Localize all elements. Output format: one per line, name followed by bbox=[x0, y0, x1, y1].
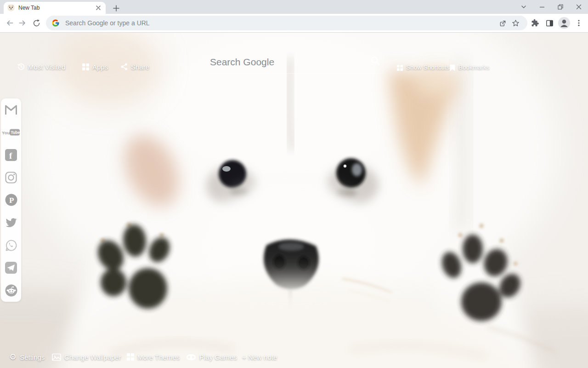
settings-button[interactable]: ⚙ Settings bbox=[9, 351, 45, 362]
apps-button[interactable]: Apps bbox=[82, 62, 108, 72]
most-visited-label: Most Visited bbox=[28, 63, 65, 70]
new-tab-page: Most Visited Apps Share bbox=[0, 33, 588, 368]
svg-text:P: P bbox=[9, 196, 14, 205]
bookmarks-label: Bookmarks bbox=[458, 64, 490, 71]
tab-search-chevron-button[interactable] bbox=[514, 0, 533, 13]
profile-avatar-button[interactable] bbox=[558, 17, 571, 29]
youtube-icon: You Tube bbox=[2, 128, 20, 136]
twitter-icon bbox=[5, 217, 17, 228]
svg-text:f: f bbox=[9, 151, 12, 161]
change-wallpaper-label: Change Wallpaper bbox=[64, 354, 121, 361]
svg-text:Tube: Tube bbox=[11, 130, 20, 135]
share-page-button[interactable] bbox=[496, 17, 509, 29]
page-search-input[interactable] bbox=[209, 54, 362, 68]
tab-close-button[interactable] bbox=[94, 4, 102, 12]
address-input[interactable] bbox=[64, 19, 496, 27]
bookmark-star-button[interactable] bbox=[509, 17, 522, 29]
minimize-button[interactable] bbox=[533, 0, 551, 13]
show-shortcuts-label: Show Shortcuts bbox=[406, 64, 450, 71]
share-button[interactable]: Share bbox=[121, 62, 149, 72]
search-underline bbox=[209, 73, 382, 74]
show-shortcuts-button[interactable]: Show Shortcuts bbox=[397, 63, 450, 72]
gear-icon: ⚙ bbox=[9, 353, 17, 361]
instagram-icon bbox=[5, 172, 17, 184]
puppy-favicon-icon bbox=[7, 4, 15, 12]
search-icon[interactable] bbox=[370, 56, 380, 67]
sidebar-item-reddit[interactable] bbox=[1, 279, 21, 302]
most-visited-button[interactable]: Most Visited bbox=[17, 62, 65, 72]
sidebar-item-whatsapp[interactable] bbox=[1, 234, 21, 257]
browser-window: New Tab bbox=[0, 0, 588, 368]
tab-strip: New Tab bbox=[0, 0, 588, 14]
browser-toolbar bbox=[0, 14, 588, 33]
restore-button[interactable] bbox=[551, 0, 570, 13]
tab-new-tab[interactable]: New Tab bbox=[4, 2, 106, 14]
play-games-button[interactable]: Play Games bbox=[186, 351, 237, 362]
close-window-button[interactable] bbox=[570, 0, 588, 13]
menu-dots-button[interactable] bbox=[572, 17, 585, 29]
profile-avatar-icon bbox=[558, 17, 570, 29]
telegram-icon bbox=[5, 262, 17, 274]
apps-grid-icon bbox=[82, 63, 89, 70]
wallpaper-icon bbox=[52, 353, 61, 361]
side-panel-button[interactable] bbox=[543, 17, 556, 29]
tab-title: New Tab bbox=[18, 5, 94, 11]
pinterest-icon: P bbox=[5, 194, 17, 206]
sidebar-item-facebook[interactable]: f bbox=[1, 144, 21, 166]
forward-button[interactable] bbox=[16, 17, 29, 29]
svg-text:You: You bbox=[2, 130, 10, 135]
sidebar-item-pinterest[interactable]: P bbox=[1, 189, 21, 211]
more-themes-label: More Themes bbox=[137, 354, 180, 361]
play-games-label: Play Games bbox=[199, 354, 237, 361]
share-label: Share bbox=[131, 63, 149, 70]
more-themes-button[interactable]: More Themes bbox=[127, 351, 180, 362]
back-button[interactable] bbox=[3, 17, 16, 29]
puppy-wallpaper bbox=[0, 33, 588, 368]
social-sidebar: You Tube f bbox=[1, 98, 21, 302]
sidebar-item-telegram[interactable] bbox=[1, 257, 21, 279]
window-controls bbox=[514, 0, 588, 14]
bookmarks-button[interactable]: Bookmarks bbox=[450, 63, 490, 72]
toolbar-right-tools bbox=[528, 16, 585, 30]
shortcuts-grid-icon bbox=[397, 65, 403, 71]
share-nodes-icon bbox=[121, 63, 128, 70]
extensions-puzzle-button[interactable] bbox=[528, 17, 541, 29]
change-wallpaper-button[interactable]: Change Wallpaper bbox=[52, 351, 121, 362]
history-clock-icon bbox=[17, 63, 25, 70]
sidebar-item-gmail[interactable] bbox=[1, 98, 21, 121]
sidebar-item-instagram[interactable] bbox=[1, 166, 21, 189]
gmail-icon bbox=[5, 104, 17, 115]
page-search-box[interactable] bbox=[209, 54, 382, 74]
google-g-icon bbox=[51, 19, 60, 27]
new-tab-button[interactable] bbox=[111, 3, 122, 14]
sidebar-item-youtube[interactable]: You Tube bbox=[1, 121, 21, 144]
reddit-icon bbox=[5, 284, 17, 297]
address-bar[interactable] bbox=[46, 16, 527, 30]
bookmark-icon bbox=[450, 64, 455, 71]
whatsapp-icon bbox=[5, 239, 17, 252]
apps-label: Apps bbox=[92, 63, 108, 70]
new-note-button[interactable]: + New note bbox=[242, 351, 277, 362]
facebook-icon: f bbox=[5, 149, 17, 161]
reload-button[interactable] bbox=[30, 17, 43, 29]
sidebar-item-twitter[interactable] bbox=[1, 212, 21, 234]
new-note-label: + New note bbox=[242, 354, 277, 361]
themes-grid-icon bbox=[127, 353, 134, 361]
gamepad-icon bbox=[186, 354, 196, 361]
settings-label: Settings bbox=[20, 354, 45, 361]
